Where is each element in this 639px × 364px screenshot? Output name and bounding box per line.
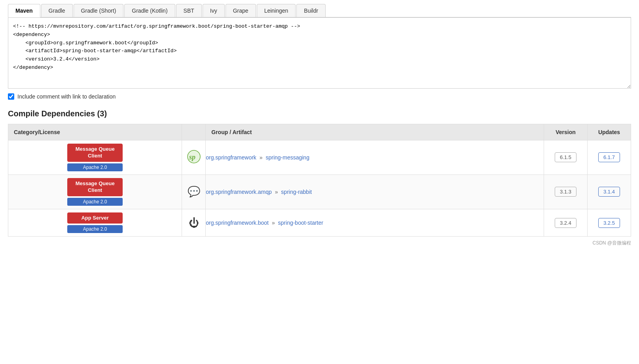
update-badge[interactable]: 6.1.7: [598, 152, 620, 162]
icon-cell: ⏻: [182, 209, 206, 237]
table-row: Message Queue ClientApache 2.0💬org.sprin…: [8, 174, 631, 209]
updates-cell: 3.2.5: [588, 209, 631, 237]
tab-ivy[interactable]: Ivy: [203, 4, 225, 17]
tab-gradle-short[interactable]: Gradle (Short): [74, 4, 124, 17]
version-badge[interactable]: 6.1.5: [555, 152, 576, 162]
version-badge[interactable]: 3.1.3: [555, 187, 576, 197]
artifact-cell: org.springframework.amqp » spring-rabbit: [206, 174, 544, 209]
tab-gradle-kotlin[interactable]: Gradle (Kotlin): [124, 4, 175, 17]
table-header-row: Category/License Group / Artifact Versio…: [8, 124, 631, 140]
col-header-version: Version: [544, 124, 588, 140]
spring-icon: sp: [186, 149, 201, 164]
license-badge[interactable]: Apache 2.0: [67, 225, 123, 233]
tab-buildr[interactable]: Buildr: [296, 4, 326, 17]
artifact-link[interactable]: spring-messaging: [265, 154, 309, 161]
include-comment-label[interactable]: Include comment with link to declaration: [17, 93, 116, 100]
update-badge[interactable]: 3.2.5: [598, 218, 620, 228]
col-header-group-artifact: Group / Artifact: [206, 124, 544, 140]
tab-leiningen[interactable]: Leiningen: [257, 4, 296, 17]
update-badge[interactable]: 3.1.4: [598, 187, 620, 197]
table-row: Message Queue ClientApache 2.0 sp org.sp…: [8, 140, 631, 175]
category-badge[interactable]: Message Queue Client: [67, 178, 123, 196]
version-badge[interactable]: 3.2.4: [555, 218, 576, 228]
tab-gradle[interactable]: Gradle: [41, 4, 73, 17]
col-header-updates: Updates: [588, 124, 631, 140]
group-link[interactable]: org.springframework.amqp: [206, 189, 272, 195]
category-badge[interactable]: App Server: [67, 212, 123, 224]
table-row: App ServerApache 2.0⏻org.springframework…: [8, 209, 631, 237]
artifact-link[interactable]: spring-boot-starter: [278, 220, 323, 226]
icon-cell: 💬: [182, 174, 206, 209]
tab-grape[interactable]: Grape: [226, 4, 256, 17]
include-comment-row: Include comment with link to declaration: [8, 93, 631, 100]
category-badge[interactable]: Message Queue Client: [67, 144, 123, 162]
dependency-code-textarea[interactable]: [8, 17, 631, 89]
tab-sbt[interactable]: SBT: [176, 4, 202, 17]
license-badge[interactable]: Apache 2.0: [67, 198, 123, 206]
rabbit-icon: 💬: [188, 186, 200, 197]
group-link[interactable]: org.springframework: [206, 154, 256, 161]
artifact-link[interactable]: spring-rabbit: [281, 189, 312, 195]
tab-bar: Maven Gradle Gradle (Short) Gradle (Kotl…: [8, 4, 631, 17]
category-cell: Message Queue ClientApache 2.0: [8, 140, 182, 175]
tab-maven[interactable]: Maven: [8, 4, 40, 17]
include-comment-checkbox[interactable]: [8, 93, 14, 100]
col-header-icon: [182, 124, 206, 140]
artifact-separator: »: [273, 189, 280, 195]
version-cell: 3.1.3: [544, 174, 588, 209]
col-header-category: Category/License: [8, 124, 182, 140]
artifact-separator: »: [270, 220, 277, 226]
updates-cell: 3.1.4: [588, 174, 631, 209]
dependencies-table: Category/License Group / Artifact Versio…: [8, 124, 631, 237]
footer-note: CSDN @音微编程: [8, 240, 631, 246]
artifact-separator: »: [258, 154, 264, 161]
icon-cell: sp: [182, 140, 206, 175]
version-cell: 6.1.5: [544, 140, 588, 175]
compile-dependencies-title: Compile Dependencies (3): [8, 109, 631, 118]
svg-text:sp: sp: [189, 153, 195, 161]
artifact-cell: org.springframework.boot » spring-boot-s…: [206, 209, 544, 237]
category-cell: Message Queue ClientApache 2.0: [8, 174, 182, 209]
group-link[interactable]: org.springframework.boot: [206, 220, 269, 226]
updates-cell: 6.1.7: [588, 140, 631, 175]
category-cell: App ServerApache 2.0: [8, 209, 182, 237]
boot-icon: ⏻: [189, 217, 199, 229]
artifact-cell: org.springframework » spring-messaging: [206, 140, 544, 175]
version-cell: 3.2.4: [544, 209, 588, 237]
license-badge[interactable]: Apache 2.0: [67, 163, 123, 171]
